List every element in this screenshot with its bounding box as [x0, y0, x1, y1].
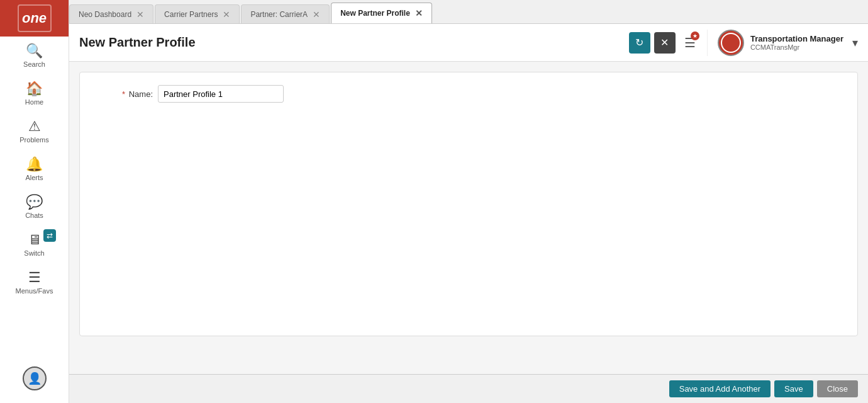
sidebar-item-alerts[interactable]: 🔔 Alerts — [0, 150, 69, 188]
sidebar-item-switch[interactable]: 🖥 ⇄ Switch — [0, 225, 69, 263]
sidebar-item-label: Home — [25, 98, 43, 106]
sidebar: one 🔍 Search 🏠 Home ⚠ Problems 🔔 Alerts … — [0, 0, 69, 403]
save-button[interactable]: Save — [774, 380, 813, 397]
name-label: * Name: — [95, 89, 158, 99]
switch-icon: 🖥 — [28, 232, 42, 248]
content-area: * Name: — [69, 62, 868, 374]
main-area: Neo Dashboard ✕ Carrier Partners ✕ Partn… — [69, 0, 868, 403]
user-dropdown-button[interactable]: ▾ — [852, 36, 858, 50]
tab-close-new-partner-profile[interactable]: ✕ — [415, 9, 423, 18]
app-logo: one — [0, 0, 69, 37]
tab-neo-dashboard[interactable]: Neo Dashboard ✕ — [69, 4, 153, 23]
sidebar-item-label: Chats — [25, 212, 43, 219]
close-form-button[interactable]: ✕ — [654, 32, 676, 54]
sidebar-item-search[interactable]: 🔍 Search — [0, 37, 69, 74]
sidebar-item-label: Menus/Favs — [16, 287, 53, 295]
sidebar-item-label: Search — [23, 60, 45, 68]
hamburger-menu-button[interactable]: ☰ ★ — [679, 33, 701, 53]
user-info: Transportation Manager CCMATransMgr — [750, 34, 843, 51]
tab-partner-carriera[interactable]: Partner: CarrierA ✕ — [241, 4, 330, 23]
sidebar-item-label: Switch — [24, 249, 44, 257]
logo-box: one — [18, 4, 52, 32]
user-area: Transportation Manager CCMATransMgr ▾ — [707, 30, 858, 56]
user-name: Transportation Manager — [750, 34, 843, 43]
close-icon: ✕ — [660, 37, 669, 48]
tab-label: Carrier Partners — [164, 10, 218, 19]
tab-label: Partner: CarrierA — [250, 10, 308, 19]
tab-close-partner-carriera[interactable]: ✕ — [313, 10, 320, 19]
home-icon: 🏠 — [26, 81, 43, 97]
header-bar: New Partner Profile ↻ ✕ ☰ ★ Transportati… — [69, 24, 868, 62]
header-actions: ↻ ✕ ☰ ★ — [629, 32, 701, 54]
chat-icon: 💬 — [26, 194, 43, 210]
refresh-button[interactable]: ↻ — [629, 32, 650, 54]
sidebar-item-home[interactable]: 🏠 Home — [0, 74, 69, 112]
tab-new-partner-profile[interactable]: New Partner Profile ✕ — [331, 3, 432, 23]
sidebar-user-avatar[interactable]: 👤 — [0, 360, 69, 397]
tab-close-neo-dashboard[interactable]: ✕ — [136, 10, 144, 19]
menu-star-badge: ★ — [691, 31, 699, 40]
form-card: * Name: — [79, 72, 858, 336]
sidebar-bottom: 👤 — [0, 360, 69, 403]
sidebar-item-menus[interactable]: ☰ Menus/Favs — [0, 263, 69, 301]
tab-label: New Partner Profile — [340, 9, 410, 18]
name-input[interactable] — [158, 85, 284, 103]
sidebar-item-chats[interactable]: 💬 Chats — [0, 188, 69, 225]
tab-carrier-partners[interactable]: Carrier Partners ✕ — [155, 4, 240, 23]
avatar-inner — [721, 33, 741, 53]
page-title: New Partner Profile — [79, 35, 629, 50]
switch-badge: ⇄ — [43, 229, 56, 242]
sidebar-item-problems[interactable]: ⚠ Problems — [0, 112, 69, 150]
footer: Save and Add Another Save Close — [69, 374, 868, 403]
tab-bar: Neo Dashboard ✕ Carrier Partners ✕ Partn… — [69, 0, 868, 24]
tab-label: Neo Dashboard — [79, 10, 131, 19]
refresh-icon: ↻ — [635, 37, 643, 48]
required-star: * — [122, 89, 125, 99]
name-field-row: * Name: — [95, 85, 842, 103]
close-button[interactable]: Close — [817, 380, 858, 397]
avatar-icon: 👤 — [23, 366, 47, 390]
warning-icon: ⚠ — [28, 118, 41, 135]
bell-icon: 🔔 — [26, 156, 43, 173]
sidebar-item-label: Problems — [19, 136, 48, 144]
sidebar-item-label: Alerts — [25, 174, 43, 181]
menu-icon: ☰ — [28, 270, 41, 286]
tab-close-carrier-partners[interactable]: ✕ — [223, 10, 230, 19]
search-icon: 🔍 — [26, 43, 43, 59]
save-add-another-button[interactable]: Save and Add Another — [669, 380, 771, 397]
avatar — [718, 30, 744, 56]
user-sub: CCMATransMgr — [750, 43, 843, 51]
